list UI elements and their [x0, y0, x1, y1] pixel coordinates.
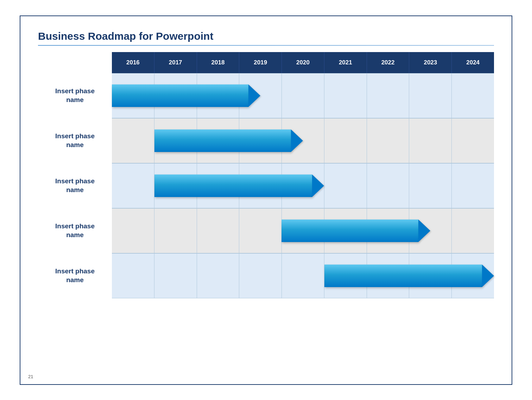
year-header-2020: 2020 [282, 52, 324, 73]
grid-line-cell-2021 [324, 164, 367, 208]
arrow-body-4 [281, 220, 418, 242]
grid-line-cell-2023 [409, 164, 452, 208]
year-header-2023: 2023 [409, 52, 452, 73]
phase-row-1: Insert phasename [38, 73, 494, 118]
grid-line-cell-2021 [324, 74, 367, 118]
grid-line-cell-2018 [197, 254, 240, 298]
phase-row-3: Insert phasename [38, 163, 494, 208]
year-header-2022: 2022 [367, 52, 410, 73]
roadmap-header: 201620172018201920202021202220232024 [38, 52, 494, 73]
arrow-body-1 [112, 84, 248, 107]
grid-line-cell-2024 [452, 164, 494, 208]
grid-area-1 [112, 73, 494, 118]
grid-line-cell-2023 [409, 119, 452, 163]
grid-area-5 [112, 253, 494, 298]
phase-label-4: Insert phasename [38, 208, 112, 253]
arrow-body-2 [154, 129, 291, 152]
grid-line-cell-2016 [112, 164, 154, 208]
grid-line-cell-2016 [112, 119, 154, 163]
phase-label-5: Insert phasename [38, 253, 112, 298]
slide: Business Roadmap for Powerpoint 20162017… [20, 15, 512, 385]
grid-line-cell-2021 [324, 119, 367, 163]
grid-line-cell-2022 [367, 74, 410, 118]
grid-line-cell-2024 [452, 119, 494, 163]
grid-line-cell-2017 [154, 254, 197, 298]
grid-line-cell-2019 [239, 254, 282, 298]
grid-area-2 [112, 118, 494, 163]
grid-line-cell-2020 [282, 254, 324, 298]
year-header-2016: 2016 [112, 52, 154, 73]
grid-line-cell-2022 [367, 164, 410, 208]
header-label-spacer [38, 52, 112, 73]
grid-line-cell-2019 [239, 209, 282, 253]
grid-area-4 [112, 208, 494, 253]
phase-label-3: Insert phasename [38, 163, 112, 208]
arrow-bar-3 [154, 174, 324, 197]
data-rows-container: Insert phasenameInsert phasenameInsert p… [38, 73, 494, 298]
phase-row-5: Insert phasename [38, 253, 494, 298]
arrow-tip-2 [291, 129, 303, 152]
page-number: 21 [28, 374, 33, 379]
arrow-tip-4 [418, 220, 430, 242]
grid-line-cell-2016 [112, 209, 154, 253]
years-header: 201620172018201920202021202220232024 [112, 52, 494, 73]
grid-line-cell-2022 [367, 119, 410, 163]
arrow-tip-5 [482, 265, 494, 287]
arrow-bar-1 [112, 84, 260, 107]
title-section: Business Roadmap for Powerpoint [38, 30, 494, 46]
grid-line-cell-2017 [154, 209, 197, 253]
title-underline [38, 45, 494, 46]
grid-area-3 [112, 163, 494, 208]
arrow-body-3 [154, 174, 312, 197]
grid-line-cell-2024 [452, 209, 494, 253]
grid-line-cell-2024 [452, 74, 494, 118]
grid-line-cell-2016 [112, 254, 154, 298]
grid-line-cell-2020 [282, 74, 324, 118]
year-header-2017: 2017 [154, 52, 197, 73]
phase-label-1: Insert phasename [38, 73, 112, 118]
arrow-body-5 [324, 265, 482, 287]
arrow-bar-2 [154, 129, 303, 152]
year-header-2018: 2018 [197, 52, 240, 73]
phase-row-2: Insert phasename [38, 118, 494, 163]
arrow-tip-1 [248, 84, 260, 107]
year-header-2024: 2024 [452, 52, 494, 73]
roadmap-wrapper: 201620172018201920202021202220232024 Ins… [38, 52, 494, 298]
year-header-2021: 2021 [324, 52, 367, 73]
page-title: Business Roadmap for Powerpoint [38, 30, 494, 42]
grid-line-cell-2018 [197, 209, 240, 253]
phase-row-4: Insert phasename [38, 208, 494, 253]
arrow-bar-5 [324, 265, 494, 287]
grid-line-cell-2023 [409, 74, 452, 118]
phase-label-2: Insert phasename [38, 118, 112, 163]
year-header-2019: 2019 [239, 52, 282, 73]
arrow-bar-4 [281, 220, 430, 242]
arrow-tip-3 [312, 174, 324, 197]
